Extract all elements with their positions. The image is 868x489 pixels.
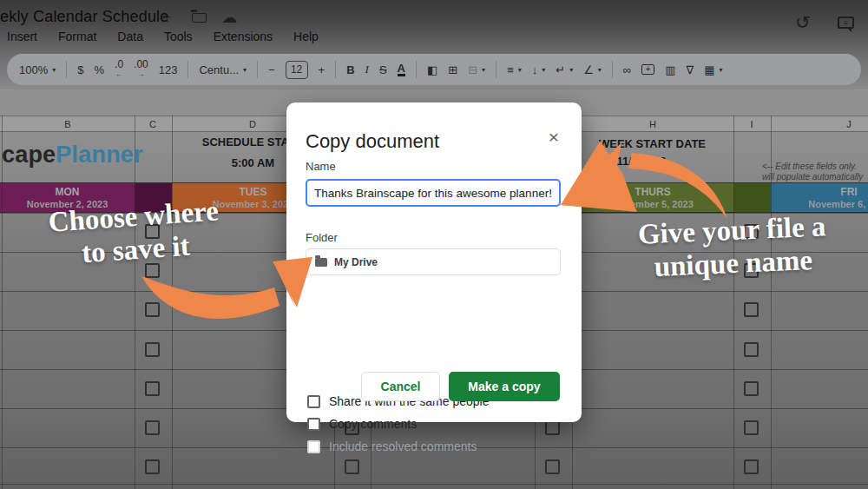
- vertical-align-icon[interactable]: ↓▾: [532, 63, 546, 76]
- grid-vline: [2, 116, 3, 489]
- toolbar-divider: [612, 61, 613, 78]
- copy-comments-checkbox[interactable]: Copy comments: [307, 417, 417, 431]
- menu-bar: Insert Format Data Tools Extensions Help: [7, 30, 319, 43]
- close-icon[interactable]: ×: [549, 127, 559, 148]
- table-options-icon[interactable]: ▦▾: [704, 63, 722, 76]
- col-header-D[interactable]: D: [249, 119, 256, 129]
- rotate-glyph: ∠: [583, 63, 594, 76]
- cancel-button[interactable]: Cancel: [361, 372, 440, 401]
- number-format-button[interactable]: 123: [159, 63, 178, 76]
- version-history-icon[interactable]: ↺: [795, 12, 811, 33]
- day-header-thurs: THURS November 5, 2023: [572, 183, 733, 212]
- brainscape-planner-logo: capePlanner: [2, 142, 143, 169]
- checkbox-icon[interactable]: [307, 418, 320, 431]
- col-header-C[interactable]: C: [149, 119, 156, 129]
- text-color-button[interactable]: A: [398, 63, 405, 76]
- cell-checkbox[interactable]: [744, 420, 759, 435]
- edit-note-line2: will populate automatically: [762, 172, 868, 182]
- week-start-date-value: 11/2/2023: [572, 155, 711, 168]
- menu-data[interactable]: Data: [117, 30, 143, 43]
- arrow-left-icon: ←: [115, 70, 122, 78]
- text-rotate-icon[interactable]: ∠▾: [583, 63, 602, 76]
- make-a-copy-button[interactable]: Make a copy: [449, 372, 560, 401]
- cell-checkbox[interactable]: [145, 302, 160, 317]
- cloud-status-icon: ☁: [221, 8, 237, 27]
- col-header-J[interactable]: J: [846, 119, 852, 129]
- col-header-H[interactable]: H: [649, 119, 656, 129]
- cell-checkbox[interactable]: [545, 420, 560, 435]
- font-select[interactable]: Centu...▾: [199, 63, 247, 76]
- cell-checkbox[interactable]: [744, 302, 759, 317]
- cell-checkbox[interactable]: [744, 342, 759, 357]
- cell-checkbox[interactable]: [345, 459, 359, 474]
- insert-comment-icon[interactable]: +: [641, 64, 654, 75]
- menu-help[interactable]: Help: [293, 30, 319, 43]
- cell-checkbox[interactable]: [545, 459, 560, 474]
- decrease-decimal-button[interactable]: .0←: [115, 61, 123, 78]
- toolbar-divider: [257, 61, 258, 78]
- day-date-thurs: November 5, 2023: [572, 199, 733, 209]
- logo-text-accent: Planner: [56, 142, 142, 168]
- menu-insert[interactable]: Insert: [7, 30, 37, 43]
- annotation-unique-name: Give your file a unique name: [591, 208, 868, 287]
- star-icon[interactable]: ☆: [159, 10, 171, 26]
- day-name-thurs: THURS: [572, 186, 733, 198]
- logo-text-dark: cape: [2, 142, 56, 168]
- italic-button[interactable]: I: [365, 63, 369, 76]
- increase-decimal-button[interactable]: .00→: [134, 61, 148, 78]
- screenshot-stage: B C D H I J capePlanner SCHEDULE START 5…: [0, 0, 868, 489]
- chevron-down-icon: ▾: [518, 66, 522, 74]
- fill-color-icon[interactable]: ◧: [427, 63, 437, 76]
- strikethrough-button[interactable]: S: [379, 63, 387, 76]
- copy-document-dialog: Copy document × Name Thanks Brainscape f…: [286, 102, 582, 422]
- increase-font-button[interactable]: +: [319, 63, 326, 76]
- decrease-decimal-label: .0: [115, 61, 123, 69]
- borders-icon[interactable]: ⊞: [448, 63, 457, 76]
- checkbox-icon[interactable]: [307, 395, 320, 408]
- zoom-select[interactable]: 100%▾: [19, 63, 56, 76]
- folder-picker[interactable]: My Drive: [306, 248, 561, 275]
- folder-icon: [315, 258, 327, 267]
- font-size-input[interactable]: 12: [286, 61, 308, 79]
- format-currency-button[interactable]: $: [77, 63, 83, 76]
- day-name-mon: MON: [0, 186, 135, 198]
- chevron-down-icon: ▾: [598, 66, 602, 74]
- format-percent-button[interactable]: %: [95, 63, 105, 76]
- document-title[interactable]: ekly Calendar Schedule: [0, 8, 169, 26]
- decrease-font-button[interactable]: −: [268, 63, 275, 76]
- merge-glyph: ⊟: [468, 63, 477, 76]
- cell-checkbox[interactable]: [145, 342, 160, 357]
- menu-tools[interactable]: Tools: [164, 30, 193, 43]
- menu-format[interactable]: Format: [58, 30, 96, 43]
- menu-extensions[interactable]: Extensions: [214, 30, 273, 43]
- bold-button[interactable]: B: [346, 63, 354, 76]
- include-resolved-comments-label: Include resolved comments: [329, 439, 477, 453]
- grid-vline: [172, 116, 173, 489]
- text-wrap-icon[interactable]: ↵▾: [556, 63, 573, 76]
- dialog-title: Copy document: [306, 130, 439, 153]
- col-header-B[interactable]: B: [64, 119, 70, 129]
- comments-icon[interactable]: ≡: [838, 17, 854, 29]
- col-header-I[interactable]: I: [750, 119, 753, 129]
- name-input[interactable]: Thanks Brainscape for this awesome plann…: [306, 179, 561, 207]
- toolbar-divider: [416, 61, 417, 78]
- merge-cells-icon[interactable]: ⊟▾: [468, 63, 485, 76]
- cell-checkbox[interactable]: [744, 381, 759, 396]
- toolbar-divider: [496, 61, 496, 78]
- move-folder-icon[interactable]: [192, 13, 207, 23]
- insert-chart-icon[interactable]: ▥: [665, 63, 675, 76]
- horizontal-align-icon[interactable]: ≡▾: [507, 63, 522, 76]
- day-name-fri: FRI: [771, 186, 868, 198]
- create-filter-icon[interactable]: ∇: [686, 63, 694, 76]
- cell-checkbox[interactable]: [145, 420, 160, 435]
- toolbar-divider: [187, 61, 188, 78]
- folder-label: Folder: [306, 231, 338, 244]
- cell-checkbox[interactable]: [145, 459, 160, 474]
- increase-decimal-label: .00: [134, 61, 148, 69]
- chevron-down-icon: ▾: [569, 66, 573, 74]
- align-glyph: ≡: [507, 63, 514, 76]
- cell-checkbox[interactable]: [744, 459, 759, 474]
- cell-checkbox[interactable]: [145, 381, 160, 396]
- tables-glyph: ▦: [704, 63, 714, 76]
- insert-link-icon[interactable]: ∞: [623, 63, 631, 76]
